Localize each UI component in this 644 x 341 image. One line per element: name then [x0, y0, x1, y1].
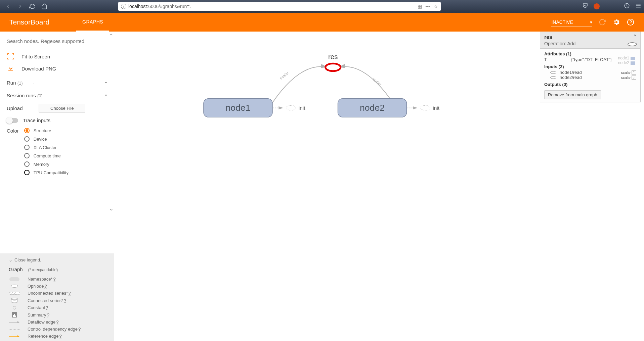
- info-icon: i: [121, 4, 126, 9]
- legend-connected: Connected series* ?: [9, 297, 105, 304]
- forward-button[interactable]: [15, 1, 26, 12]
- info-node-icon: [628, 42, 637, 46]
- color-radio-device[interactable]: Device: [24, 136, 69, 142]
- run-select[interactable]: .▾: [32, 79, 108, 86]
- url-text: localhost:6006/#graphs&run=.: [128, 4, 191, 9]
- edge-scalar-label: scalar: [279, 71, 289, 80]
- home-button[interactable]: [39, 1, 50, 12]
- svg-point-4: [14, 292, 20, 295]
- fit-screen-icon: [7, 52, 15, 60]
- color-radio-structure[interactable]: Structure: [24, 128, 69, 133]
- chevron-down-icon: ▾: [105, 81, 107, 84]
- tensorboard-header: TensorBoard GRAPHS INACTIVE ▾: [0, 13, 644, 32]
- bookmark-icon[interactable]: ☆: [434, 4, 438, 9]
- run-label: Run (1): [7, 80, 29, 86]
- color-radio-memory[interactable]: Memory: [24, 161, 69, 167]
- legend-title: Graph: [9, 266, 23, 272]
- collapse-up-icon[interactable]: [109, 32, 114, 37]
- fit-to-screen-button[interactable]: Fit to Screen: [7, 50, 108, 62]
- tensorboard-logo: TensorBoard: [9, 18, 49, 26]
- legend-summary: Summary ?: [9, 311, 105, 319]
- ubuntu-icon[interactable]: [594, 3, 600, 9]
- more-icon[interactable]: •••: [425, 4, 430, 9]
- chevron-down-icon: ▾: [590, 19, 592, 25]
- clock-icon[interactable]: [624, 3, 630, 10]
- color-radio-xla[interactable]: XLA Cluster: [24, 145, 69, 150]
- close-legend-button[interactable]: ⌄Close legend.: [9, 257, 105, 262]
- tab-graphs[interactable]: GRAPHS: [76, 13, 109, 32]
- node2-label: node2: [360, 103, 385, 113]
- settings-icon[interactable]: [612, 18, 620, 26]
- remove-from-graph-button[interactable]: Remove from main graph: [544, 90, 601, 99]
- legend-control: Control dependency edge ?: [9, 326, 105, 333]
- refresh-icon[interactable]: [598, 18, 606, 26]
- menu-icon[interactable]: [635, 3, 641, 10]
- legend-namespace: Namespace* ?: [9, 276, 105, 283]
- download-label: Download PNG: [22, 66, 56, 71]
- color-radio-compute[interactable]: Compute time: [24, 153, 69, 158]
- graph-canvas[interactable]: scalar scalar init init node1 node2 res …: [114, 32, 644, 341]
- input-row-2[interactable]: node2/readscalar ⌄: [544, 75, 636, 80]
- edge-node1-res: [272, 66, 327, 103]
- sidebar: Fit to Screen Download PNG Run (1) .▾ Se…: [0, 32, 114, 341]
- color-radio-tpu[interactable]: TPU Compatibility: [24, 170, 69, 175]
- trace-label: Trace inputs: [23, 117, 50, 123]
- input-row-1[interactable]: node1/readscalar ⌃: [544, 70, 636, 75]
- legend-hint: (* = expandable): [28, 267, 58, 272]
- browser-chrome: i localhost:6006/#graphs&run=. ▦ ••• ☆: [0, 0, 644, 13]
- info-node-name: res: [544, 34, 636, 40]
- init-node-1: [286, 105, 296, 110]
- legend: ⌄Close legend. Graph(* = expandable) Nam…: [0, 253, 114, 341]
- node1-label: node1: [225, 103, 250, 113]
- back-button[interactable]: [3, 1, 13, 12]
- session-runs-select[interactable]: ▾: [54, 92, 108, 99]
- init-label-2: init: [433, 105, 439, 111]
- legend-unconnected: Unconnected series* ?: [9, 290, 105, 297]
- color-label: Color: [7, 128, 19, 175]
- edge-node2-res: [340, 66, 393, 103]
- edge-scalar-label-2: scalar: [372, 77, 382, 87]
- chevron-down-icon: ▾: [105, 93, 107, 97]
- trace-inputs-toggle[interactable]: [7, 118, 18, 123]
- chevron-down-icon: ⌄: [9, 257, 12, 262]
- node-res[interactable]: [326, 63, 341, 71]
- collapse-panel-icon[interactable]: ⌃: [633, 34, 637, 39]
- collapse-down-icon[interactable]: [109, 207, 114, 212]
- reload-button[interactable]: [27, 1, 38, 12]
- info-ghost-nodes: node1 node2: [618, 56, 635, 65]
- init-label-1: init: [299, 105, 305, 111]
- legend-reference: Reference edge ?: [9, 333, 105, 340]
- choose-file-button[interactable]: Choose File: [39, 104, 85, 113]
- res-label: res: [328, 53, 338, 60]
- qr-icon[interactable]: ▦: [418, 4, 422, 9]
- upload-label: Upload: [7, 105, 29, 111]
- pocket-icon[interactable]: [582, 3, 588, 10]
- inactive-dropdown[interactable]: INACTIVE ▾: [551, 18, 592, 27]
- url-bar[interactable]: i localhost:6006/#graphs&run=. ▦ ••• ☆: [118, 2, 441, 11]
- legend-dataflow: Dataflow edge ?: [9, 319, 105, 326]
- fit-label: Fit to Screen: [22, 54, 50, 59]
- legend-constant: Constant ?: [9, 304, 105, 311]
- download-icon: [7, 64, 15, 72]
- init-node-2: [420, 105, 430, 110]
- node-info-panel: res Operation: Add ⌃ node1 node2 Attribu…: [540, 32, 641, 102]
- session-runs-label: Session runs (0): [7, 93, 50, 98]
- inactive-label: INACTIVE: [551, 19, 573, 25]
- download-png-button[interactable]: Download PNG: [7, 62, 108, 75]
- help-icon[interactable]: [627, 18, 635, 26]
- info-operation: Operation: Add: [544, 41, 636, 46]
- legend-opnode: OpNode ?: [9, 283, 105, 290]
- search-input[interactable]: [7, 36, 104, 46]
- outputs-header: Outputs (0): [544, 82, 636, 87]
- svg-point-7: [11, 301, 18, 303]
